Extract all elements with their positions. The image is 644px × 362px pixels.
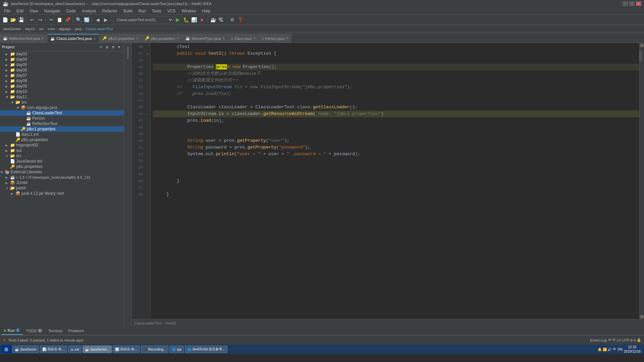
tree-item-myproject03[interactable]: ▶ 📁 myproject03 (0, 142, 124, 148)
tree-item-day06[interactable]: ▶ 📁 day06 (0, 67, 124, 73)
run-with-coverage-button[interactable]: 📊 (190, 16, 198, 23)
tab-jdbc1properties[interactable]: 🔑 jdbc1.properties ✕ (99, 34, 142, 43)
taskbar-item-javassenior2[interactable]: ☕ JavaSenior... (83, 346, 112, 353)
tree-item-src-root[interactable]: ▼ 📂 src (0, 153, 124, 159)
replace-button[interactable]: 🔄 (83, 16, 90, 23)
paste-button[interactable]: 📌 (64, 16, 71, 23)
close-button[interactable]: ✕ (636, 1, 641, 6)
nav-java[interactable]: java (75, 27, 82, 31)
tab-close-class[interactable]: ✕ (253, 37, 256, 40)
bt-tab-todo[interactable]: TODO 8 (23, 326, 45, 335)
tab-close-jdbc1properties[interactable]: ✕ (136, 37, 139, 40)
taskbar-item-highguigu1[interactable]: 📊 高硅谷-朱... (40, 346, 67, 353)
tree-item-package[interactable]: ▼ 📦 com.atguigu.java (0, 105, 124, 110)
menu-item-build[interactable]: Build (121, 8, 135, 14)
nav-day11[interactable]: day11 (25, 27, 35, 31)
tree-item-src[interactable]: ▼ 📂 src (0, 100, 124, 105)
taskbar-item-api[interactable]: 🌐 api (169, 346, 183, 353)
menu-item-refactor[interactable]: Refactor (100, 8, 120, 14)
run-button[interactable]: ▶ (174, 16, 181, 23)
nav-src[interactable]: src (39, 27, 44, 31)
run-config-dropdown[interactable]: ClassLoaderTest.test2() (113, 16, 173, 23)
menu-item-tools[interactable]: Tools (149, 8, 164, 14)
settings-button[interactable]: ⚙ (228, 16, 236, 23)
sidebar-settings-button[interactable]: ⚙ (110, 44, 116, 50)
menu-item-navigate[interactable]: Navigate (42, 8, 63, 14)
sidebar-sync-button[interactable]: ⟳ (98, 44, 104, 50)
taskbar-item-javassenior1[interactable]: ☕ JavaSenior (12, 346, 39, 353)
tree-item-day03[interactable]: ▶ 📁 day03 (0, 51, 124, 57)
nav-atguigu[interactable]: atguigu (59, 27, 71, 31)
bt-tab-run[interactable]: ▶ Run 8 (1, 326, 23, 335)
tree-item-day08[interactable]: ▶ 📁 day08 (0, 78, 124, 83)
taskbar-item-recording[interactable]: 🎥 Recording... (141, 346, 169, 353)
menu-item-view[interactable]: View (27, 8, 41, 14)
tab-person[interactable]: c Person.java ✕ (259, 34, 292, 43)
tree-item-day10[interactable]: ▶ 📁 day10 (0, 89, 124, 94)
code-content[interactable]: @Test public void test2() throws Excepti… (150, 43, 639, 319)
tree-item-junit4-folder[interactable]: ▼ 📂 junit4 (0, 185, 124, 191)
minimize-button[interactable]: ─ (623, 1, 628, 6)
sidebar-collapse-button[interactable]: ⊞ (104, 44, 110, 50)
start-button[interactable]: ⊞ (1, 345, 11, 353)
redo-button[interactable]: ↪ (37, 16, 44, 23)
stop-button[interactable]: ■ (198, 16, 206, 23)
tab-classloadertest[interactable]: ☕ ClassLoaderTest.java ✕ (47, 34, 99, 43)
scroll-down-button[interactable]: ▼ (640, 315, 644, 319)
tab-close-classloadertest[interactable]: ✕ (93, 37, 96, 41)
scroll-up-button[interactable]: ▲ (640, 43, 644, 47)
bt-tab-problems[interactable]: Problems (65, 326, 86, 335)
tree-item-day05[interactable]: ▶ 📁 day05 (0, 62, 124, 67)
bt-tab-terminal[interactable]: Terminal (46, 326, 65, 335)
menu-item-window[interactable]: Window (179, 8, 199, 14)
nav-classloadertest[interactable]: ClassLoaderTest (86, 27, 113, 31)
tree-item-jdk[interactable]: ▶ ☕ < 1.8 > D:\developer_tools\Java\jdk1… (0, 175, 124, 180)
taskbar-item-ext[interactable]: 🗂 ext (68, 346, 82, 353)
back-button[interactable]: ◀ (94, 16, 101, 23)
debug-button[interactable]: 🐛 (182, 16, 190, 23)
undo-button[interactable]: ↩ (29, 16, 36, 23)
maximize-button[interactable]: □ (629, 1, 635, 6)
taskbar-item-highguigu2[interactable]: 📊 高硅谷-朱... (113, 346, 140, 353)
nav-javassenior[interactable]: JavaSenior (3, 27, 21, 31)
tree-item-reflectiontest[interactable]: ▶ ☕ ReflectionTest (0, 121, 124, 126)
nav-com[interactable]: com (48, 27, 55, 31)
help-button[interactable]: ❓ (236, 16, 244, 23)
tree-item-javasenioriml[interactable]: ▶ 📄 JavaSenior.iml (0, 159, 124, 164)
tree-item-day04[interactable]: ▶ 📁 day04 (0, 57, 124, 62)
tree-item-classloadertest[interactable]: ▶ ☕ ClassLoaderTest (0, 110, 124, 116)
tree-item-day07[interactable]: ▶ 📁 day07 (0, 73, 124, 78)
tab-elementtype[interactable]: ☕ ElementType.java ✕ (182, 34, 228, 43)
tree-item-out[interactable]: ▶ 📁 out (0, 148, 124, 153)
scroll-thumb[interactable] (639, 51, 642, 61)
tree-item-junit4[interactable]: ▶ 📦 JUnit4 (0, 180, 124, 185)
tree-item-jdbc-root[interactable]: ▶ 🔑 jdbc.properties (0, 164, 124, 169)
sidebar-gear-button[interactable]: ▼ (116, 44, 122, 50)
find-button[interactable]: 🔍 (75, 16, 82, 23)
tab-close-reflectiontest[interactable]: ✕ (41, 37, 44, 40)
copy-button[interactable]: 📋 (56, 16, 63, 23)
tab-close-person[interactable]: ✕ (286, 37, 288, 40)
tab-jdbcproperties[interactable]: 🔑 jdbc.properties ✕ (142, 34, 182, 43)
event-log-label[interactable]: Event Log (590, 338, 607, 342)
tree-item-day09[interactable]: ▶ 📁 day09 (0, 83, 124, 89)
tree-item-jdbcprops[interactable]: ▶ 🔑 jdbc.properties (0, 137, 124, 142)
new-file-button[interactable]: 📄 (1, 16, 9, 23)
tab-class[interactable]: c Class.java ✕ (228, 34, 258, 43)
sdk-button[interactable]: ☕ (209, 16, 217, 23)
menu-item-file[interactable]: File (1, 8, 13, 14)
menu-item-analyze[interactable]: Analyze (79, 8, 99, 14)
menu-item-help[interactable]: Help (199, 8, 213, 14)
tab-close-elementtype[interactable]: ✕ (222, 37, 225, 40)
cut-button[interactable]: ✂ (48, 16, 55, 23)
menu-item-code[interactable]: Code (63, 8, 78, 14)
open-button[interactable]: 📂 (9, 16, 17, 23)
tree-item-jdbc1properties[interactable]: ▶ 🔑 jdbc1.properties (0, 126, 124, 132)
code-editor[interactable]: 36 37 38 39 40 41 42 43 44 45 46 47 48 4… (131, 43, 644, 319)
save-all-button[interactable]: 💾 (17, 16, 25, 23)
menu-item-vcs[interactable]: VCS (165, 8, 178, 14)
favorites-label[interactable]: Favorites (124, 44, 131, 61)
tab-reflectiontest[interactable]: ☕ ReflectionTest.java ✕ (0, 34, 47, 43)
project-structure-button[interactable]: 🏗 (217, 16, 225, 23)
taskbar-item-js[interactable]: 🌐 JavaScript 语言参考... (185, 346, 227, 353)
